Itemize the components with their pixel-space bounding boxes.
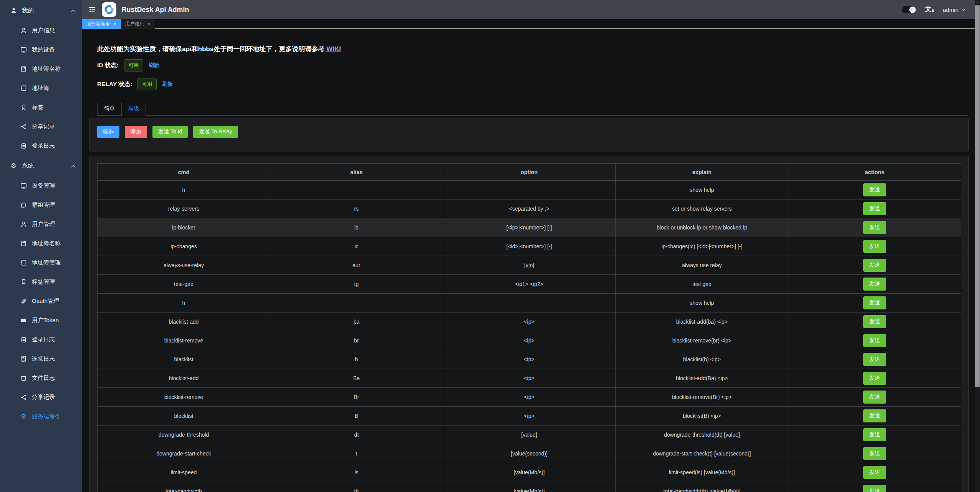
cell-cmd: always-use-relay — [98, 256, 270, 275]
sidebar-item[interactable]: 设备管理 — [0, 176, 82, 195]
send-button[interactable]: 发送 — [863, 296, 886, 309]
clipboard-icon — [20, 336, 27, 343]
send-button[interactable]: 发送 — [863, 221, 886, 234]
sidebar-item[interactable]: 分享记录 — [0, 117, 82, 136]
cell-option: <ip> — [443, 407, 616, 426]
sidebar-item[interactable]: 地址簿名称 — [0, 234, 82, 253]
sidebar-item[interactable]: 地址簿 — [0, 78, 82, 98]
cell-cmd: blacklist-add — [98, 312, 270, 331]
cell-cmd: ip-blocker — [98, 218, 270, 237]
sidebar-item[interactable]: 文件日志 — [0, 368, 82, 387]
language-icon[interactable]: 文A — [925, 6, 934, 13]
send-button[interactable]: 发送 — [863, 391, 886, 404]
sidebar-item[interactable]: 登录日志 — [0, 136, 82, 155]
cell-cmd: blocklist-add — [98, 369, 270, 388]
mode-tab[interactable]: 简单 — [97, 102, 122, 116]
dark-mode-toggle[interactable]: ☾ — [901, 6, 917, 13]
cell-cmd: blacklist-remove — [98, 331, 270, 350]
page-scrollbar[interactable]: ▲ — [975, 0, 980, 492]
cell-alias: ic — [270, 237, 443, 256]
send-button[interactable]: 发送 — [863, 428, 886, 441]
user-fill-icon — [10, 7, 17, 14]
sidebar-item[interactable]: 登录日志 — [0, 330, 82, 349]
sidebar: 我的用户信息我的设备地址簿名称地址簿标签分享记录登录日志⚙系统设备管理群组管理用… — [0, 0, 82, 492]
scrollbar-thumb[interactable] — [975, 5, 980, 387]
toolbar-button[interactable]: 添加 — [125, 126, 147, 138]
cell-alias: aur — [270, 256, 443, 275]
send-button[interactable]: 发送 — [863, 259, 886, 272]
sidebar-group-header[interactable]: ⚙系统 — [0, 155, 82, 176]
column-header: actions — [788, 164, 961, 181]
sidebar-item[interactable]: 地址簿名称 — [0, 59, 82, 78]
cell-explain: total-bandwidth(tb) [value(Mb/s)] — [616, 482, 788, 492]
user-menu[interactable]: admin — [943, 7, 965, 13]
cell-option: [value(Mb/s)] — [443, 463, 616, 482]
send-button[interactable]: 发送 — [863, 315, 886, 328]
relay-refresh-link[interactable]: 刷新 — [162, 81, 172, 88]
cell-option — [443, 181, 616, 199]
send-button[interactable]: 发送 — [863, 447, 886, 460]
cell-explain: always use relay — [616, 256, 788, 275]
monitor-icon — [20, 182, 27, 189]
send-button[interactable]: 发送 — [863, 183, 886, 196]
cell-alias: tb — [270, 482, 443, 492]
window-tab[interactable]: 用户信息× — [121, 19, 155, 29]
sidebar-item[interactable]: 用户管理 — [0, 214, 82, 234]
relay-status-row: RELAY 状态: 可用 刷新 — [97, 78, 172, 90]
send-button[interactable]: 发送 — [863, 334, 886, 347]
sidebar-item[interactable]: Oauth管理 — [0, 291, 82, 311]
toolbar-button[interactable]: 筛选 — [97, 126, 119, 138]
wiki-link[interactable]: WIKI — [326, 45, 341, 53]
send-button[interactable]: 发送 — [863, 278, 886, 291]
sidebar-item-label: 标签管理 — [32, 278, 55, 286]
sidebar-item[interactable]: 标签管理 — [0, 272, 82, 291]
sidebar-collapse-icon[interactable] — [86, 4, 98, 15]
gear-icon: ⚙ — [20, 413, 27, 420]
sidebar-item[interactable]: 群组管理 — [0, 195, 82, 214]
chevron-up-icon[interactable] — [71, 7, 76, 14]
cell-alias: t — [270, 444, 443, 463]
cell-option: <ip> — [443, 388, 616, 407]
toolbar-button[interactable]: 发送 To Relay — [193, 126, 238, 138]
send-button[interactable]: 发送 — [863, 409, 886, 422]
send-button[interactable]: 发送 — [863, 372, 886, 385]
sidebar-item[interactable]: 我的设备 — [0, 40, 82, 59]
sidebar-item[interactable]: 分享记录 — [0, 387, 82, 407]
sidebar-item[interactable]: 地址簿管理 — [0, 253, 82, 272]
send-button[interactable]: 发送 — [863, 353, 886, 366]
cell-alias: dt — [270, 426, 443, 444]
sidebar-item-label: 分享记录 — [32, 123, 55, 130]
cell-alias: b — [270, 350, 443, 369]
cell-alias: tg — [270, 275, 443, 294]
window-tab-label: 服务端命令 — [86, 21, 110, 27]
id-refresh-link[interactable]: 刷新 — [149, 62, 159, 69]
sidebar-item[interactable]: 用户信息 — [0, 21, 82, 40]
sidebar-item-label: 标签 — [32, 104, 43, 111]
toolbar-button[interactable]: 发送 To Id — [152, 126, 188, 138]
table-header-row: cmdaliasoptionexplainactions — [98, 164, 961, 181]
mode-tabs: 简单高级 — [97, 102, 968, 116]
close-icon[interactable]: × — [114, 22, 116, 27]
chevron-up-icon[interactable] — [71, 162, 76, 169]
sidebar-group-header[interactable]: 我的 — [0, 0, 82, 21]
table-row: blacklist-removebr<ip>blacklist-remove(b… — [98, 331, 961, 350]
send-button[interactable]: 发送 — [863, 485, 886, 492]
send-button[interactable]: 发送 — [863, 240, 886, 253]
sidebar-item[interactable]: ⚙服务端命令 — [0, 407, 82, 426]
scroll-up-icon[interactable]: ▲ — [975, 1, 980, 3]
column-header: explain — [616, 164, 788, 181]
window-tab[interactable]: 服务端命令× — [82, 19, 121, 29]
sidebar-item-label: 登录日志 — [32, 142, 55, 150]
sidebar-item[interactable]: 标签 — [0, 98, 82, 117]
sidebar-item[interactable]: 用户Token — [0, 311, 82, 330]
table-row: blocklist-addBa<ip>blocklist-add(Ba) <ip… — [98, 369, 961, 388]
send-button[interactable]: 发送 — [863, 466, 886, 479]
mode-tab[interactable]: 高级 — [122, 102, 146, 116]
close-icon[interactable]: × — [148, 22, 151, 27]
topbar: RustDesk Api Admin ☾ 文A admin — [82, 0, 975, 19]
table-row: ip-changesic[<id>|<number>] [-]ip-change… — [98, 237, 961, 256]
user-icon — [20, 27, 27, 34]
sidebar-item[interactable]: 连接日志 — [0, 349, 82, 368]
send-button[interactable]: 发送 — [863, 202, 886, 215]
cell-cmd: limit-speed — [98, 463, 270, 482]
